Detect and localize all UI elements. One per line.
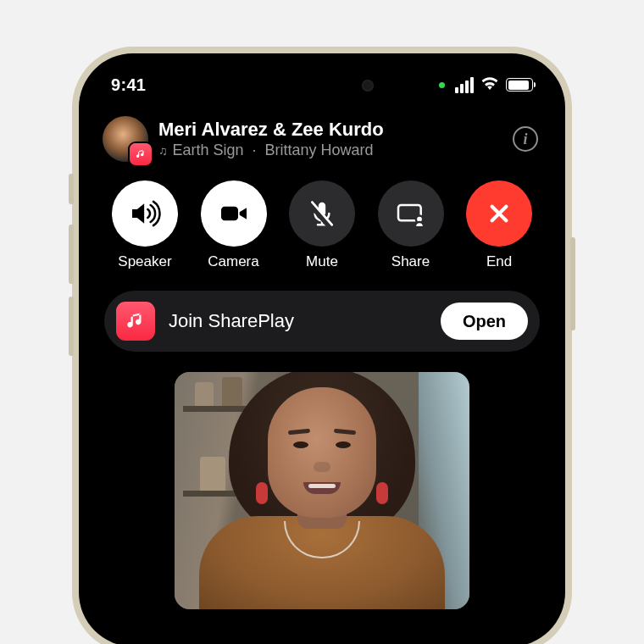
mute-icon <box>305 197 339 230</box>
share-screen-icon <box>394 197 428 230</box>
avatar[interactable] <box>103 116 148 162</box>
wifi-icon <box>480 76 499 93</box>
volume-down-button <box>69 297 74 356</box>
end-label: End <box>486 253 512 270</box>
speaker-control: Speaker <box>104 180 186 270</box>
separator: · <box>253 142 257 159</box>
front-camera <box>362 80 374 92</box>
apple-music-icon <box>116 302 155 341</box>
call-header: Meri Alvarez & Zee Kurdo ♫ Earth Sign · … <box>96 109 548 162</box>
end-call-button[interactable] <box>466 180 532 247</box>
camera-control: Camera <box>193 180 275 270</box>
shareplay-title: Join SharePlay <box>169 310 427 332</box>
music-app-badge-icon <box>130 143 152 165</box>
battery-icon <box>506 78 533 92</box>
mute-control: Mute <box>281 180 363 270</box>
volume-up-button <box>69 225 74 284</box>
speaker-icon <box>128 197 162 230</box>
mute-label: Mute <box>306 253 338 270</box>
camera-in-use-indicator <box>439 82 445 88</box>
camera-icon <box>217 197 251 230</box>
mute-button[interactable] <box>289 180 355 247</box>
speaker-label: Speaker <box>118 253 171 270</box>
phone-screen: 9:41 Meri Alvarez & Zee Kurdo <box>79 53 565 644</box>
status-time: 9:41 <box>111 75 146 95</box>
header-text: Meri Alvarez & Zee Kurdo ♫ Earth Sign · … <box>158 119 502 159</box>
song-title: Earth Sign <box>173 142 244 159</box>
share-label: Share <box>391 253 430 270</box>
info-button[interactable]: i <box>513 126 538 152</box>
camera-label: Camera <box>208 253 258 270</box>
side-button <box>69 174 74 204</box>
camera-button[interactable] <box>201 180 267 247</box>
shareplay-banner: Join SharePlay Open <box>104 291 540 352</box>
status-indicators <box>439 76 533 93</box>
svg-rect-0 <box>221 207 238 221</box>
phone-frame: 9:41 Meri Alvarez & Zee Kurdo <box>72 47 572 644</box>
dynamic-island <box>258 69 386 103</box>
participants-label: Meri Alvarez & Zee Kurdo <box>158 119 502 140</box>
share-control: Share <box>370 180 452 270</box>
participant-portrait <box>199 389 445 609</box>
music-note-icon: ♫ <box>158 144 168 158</box>
speaker-button[interactable] <box>112 180 178 247</box>
call-controls: Speaker Camera <box>96 162 548 270</box>
now-playing: ♫ Earth Sign · Brittany Howard <box>158 142 502 159</box>
share-button[interactable] <box>378 180 444 247</box>
open-button-label: Open <box>463 312 506 331</box>
open-button[interactable]: Open <box>441 303 528 340</box>
power-button <box>570 237 575 330</box>
close-icon <box>482 197 516 230</box>
cellular-icon <box>455 77 474 93</box>
end-control: End <box>458 180 540 270</box>
participant-video-tile[interactable] <box>175 372 469 609</box>
artist-name: Brittany Howard <box>265 142 374 159</box>
